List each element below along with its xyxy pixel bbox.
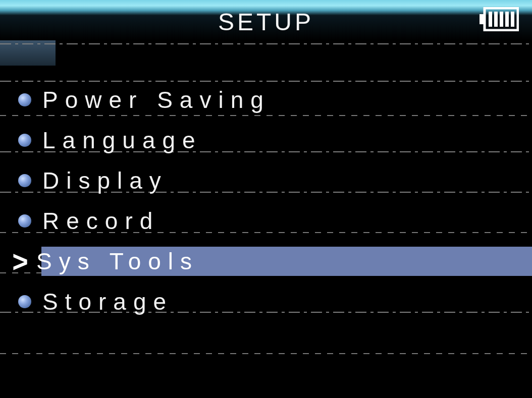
- svg-rect-4: [500, 12, 503, 27]
- menu-item-label: Storage: [42, 288, 173, 315]
- cursor-icon: >: [9, 244, 31, 278]
- battery-icon: [480, 7, 519, 31]
- bullet-icon: [18, 174, 31, 187]
- bullet-icon: [18, 134, 31, 147]
- menu-item-label: Sys Tools: [36, 248, 199, 275]
- bullet-icon: [18, 214, 31, 228]
- menu-item-label: Language: [42, 127, 202, 154]
- svg-rect-6: [511, 12, 514, 27]
- svg-rect-3: [494, 12, 498, 27]
- svg-rect-2: [489, 12, 492, 27]
- page-title: SETUP: [218, 8, 314, 36]
- menu-item-display[interactable]: Display: [0, 160, 532, 201]
- svg-rect-5: [505, 12, 509, 27]
- menu-item-label: Record: [42, 207, 159, 235]
- header: SETUP: [0, 0, 532, 40]
- menu-item-language[interactable]: Language: [0, 120, 532, 160]
- menu-item-label: Power Saving: [42, 86, 271, 113]
- menu-item-record[interactable]: Record: [0, 201, 532, 241]
- menu-item-storage[interactable]: Storage: [0, 281, 532, 322]
- svg-rect-1: [480, 14, 485, 24]
- menu-item-label: Display: [42, 167, 168, 194]
- menu: Power Saving Language Display Record > S…: [0, 80, 532, 322]
- bullet-icon: [18, 93, 31, 106]
- bullet-icon: [18, 295, 31, 308]
- menu-item-power-saving[interactable]: Power Saving: [0, 80, 532, 120]
- menu-item-sys-tools[interactable]: > Sys Tools: [0, 241, 532, 281]
